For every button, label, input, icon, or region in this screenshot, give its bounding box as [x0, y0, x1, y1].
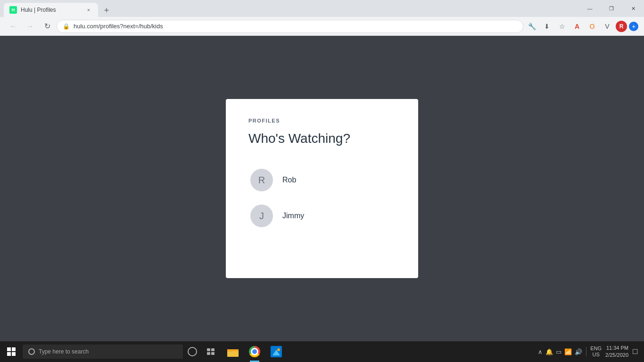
tray-divider: [586, 347, 586, 356]
windows-logo-icon: [7, 347, 16, 356]
network-icon[interactable]: 📶: [564, 348, 572, 355]
profiles-section-label: PROFILES: [248, 118, 396, 123]
forward-button[interactable]: →: [23, 19, 38, 34]
language-indicator[interactable]: ENG US: [590, 346, 602, 358]
browser-profile-button[interactable]: R: [616, 21, 627, 32]
search-placeholder-text: Type here to search: [39, 348, 89, 355]
task-view-button[interactable]: [202, 341, 221, 362]
whos-watching-heading: Who's Watching?: [248, 131, 396, 146]
taskbar-right: ∧ 🔔 ▭ 📶 🔊 ENG US 11:34 PM 2/25/2020 ☐: [532, 345, 644, 359]
tab-favicon: H: [9, 6, 17, 14]
battery-icon[interactable]: ▭: [556, 348, 561, 355]
opera-icon[interactable]: O: [586, 20, 599, 33]
taskbar: Type here to search: [0, 341, 644, 362]
action-center-icon[interactable]: ☐: [632, 348, 638, 355]
profiles-card: PROFILES Who's Watching? R Rob J Jimmy: [226, 99, 418, 278]
new-tab-button[interactable]: +: [100, 4, 113, 17]
taskbar-chrome[interactable]: [244, 341, 265, 362]
svg-rect-1: [211, 348, 215, 351]
close-button[interactable]: ✕: [622, 0, 644, 17]
profile-avatar-jimmy: J: [250, 205, 273, 227]
svg-rect-0: [207, 348, 210, 351]
search-icon: [28, 348, 35, 355]
svg-rect-3: [211, 352, 215, 355]
tab-title: Hulu | Profiles: [21, 7, 81, 13]
address-bar[interactable]: 🔒 hulu.com/profiles?next=/hub/kids: [57, 20, 523, 33]
add-profile-button[interactable]: +: [629, 22, 638, 31]
navigation-bar: ← → ↻ 🔒 hulu.com/profiles?next=/hub/kids…: [0, 17, 644, 36]
lock-icon: 🔒: [63, 23, 70, 30]
adblock-icon[interactable]: A: [570, 20, 584, 33]
taskbar-file-explorer[interactable]: [223, 341, 243, 362]
task-view-icon: [207, 348, 215, 355]
clock-time: 11:34 PM: [606, 345, 628, 352]
download-icon[interactable]: ⬇: [540, 20, 553, 33]
profile-avatar-rob: R: [250, 169, 273, 191]
taskbar-apps: [221, 341, 532, 362]
system-tray: ∧ 🔔 ▭ 📶 🔊: [538, 348, 582, 355]
notification-icon[interactable]: 🔔: [545, 348, 553, 355]
cortana-button[interactable]: [183, 341, 202, 362]
cortana-icon: [188, 347, 197, 356]
extensions-icon[interactable]: 🔧: [525, 20, 538, 33]
profile-name-jimmy: Jimmy: [282, 212, 304, 220]
reload-button[interactable]: ↻: [40, 19, 55, 34]
minimize-button[interactable]: —: [579, 0, 601, 17]
tray-arrow-icon[interactable]: ∧: [538, 348, 543, 355]
back-button[interactable]: ←: [6, 19, 21, 34]
svg-rect-2: [207, 352, 210, 355]
tab-close-button[interactable]: ×: [85, 6, 92, 14]
taskbar-photos[interactable]: [266, 341, 287, 362]
chrome-icon: [249, 346, 260, 357]
active-tab[interactable]: H Hulu | Profiles ×: [4, 3, 98, 17]
svg-point-9: [277, 348, 280, 351]
taskbar-search-bar[interactable]: Type here to search: [23, 345, 183, 359]
browser-actions: 🔧 ⬇ ☆ A O V R +: [525, 20, 638, 33]
svg-rect-6: [227, 349, 232, 352]
bookmark-icon[interactable]: ☆: [555, 20, 569, 33]
volume-icon[interactable]: 🔊: [575, 348, 582, 355]
profile-list: R Rob J Jimmy: [248, 165, 396, 231]
window-controls: — ❐ ✕: [579, 0, 644, 17]
browser-top-bar: H Hulu | Profiles × + — ❐ ✕: [0, 0, 644, 17]
photos-icon: [271, 346, 282, 357]
url-text: hulu.com/profiles?next=/hub/kids: [74, 23, 517, 30]
start-button[interactable]: [0, 341, 23, 362]
profile-item-jimmy[interactable]: J Jimmy: [248, 201, 396, 231]
svg-rect-5: [227, 351, 239, 357]
tab-area: H Hulu | Profiles × +: [0, 0, 579, 17]
profile-item-rob[interactable]: R Rob: [248, 165, 396, 195]
system-clock[interactable]: 11:34 PM 2/25/2020: [605, 345, 628, 359]
profile-name-rob: Rob: [282, 176, 296, 184]
page-background: PROFILES Who's Watching? R Rob J Jimmy: [0, 36, 644, 341]
file-explorer-icon: [227, 346, 239, 357]
clock-date: 2/25/2020: [605, 352, 628, 359]
maximize-button[interactable]: ❐: [601, 0, 622, 17]
vpn-icon[interactable]: V: [601, 20, 614, 33]
